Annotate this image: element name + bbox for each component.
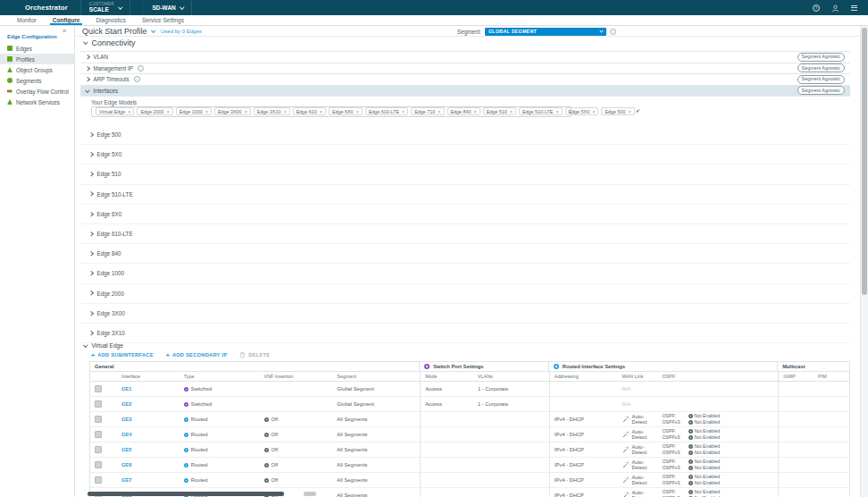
model-section[interactable]: Edge 840 bbox=[80, 244, 850, 264]
row-checkbox[interactable] bbox=[95, 400, 102, 408]
sidebar-collapse-icon[interactable]: « bbox=[63, 28, 66, 35]
accordion-vlan[interactable]: VLAN Segment Agnostic bbox=[80, 52, 850, 63]
chip-remove-icon[interactable]: × bbox=[128, 109, 130, 114]
interface-link[interactable]: GE4 bbox=[121, 432, 132, 437]
connectivity-section-header[interactable]: Connectivity bbox=[84, 38, 136, 47]
model-section[interactable]: Edge 510-LTE bbox=[80, 185, 850, 205]
sidebar-item-overlay-flow-control[interactable]: Overlay Flow Control bbox=[0, 86, 74, 97]
col-pim: PIM bbox=[814, 372, 849, 382]
chip-remove-icon[interactable]: × bbox=[438, 109, 440, 114]
segment-select[interactable]: GLOBAL SEGMENT bbox=[485, 28, 606, 36]
table-row: GE6 Routed Off All Segments IPv4 - DHCP … bbox=[90, 458, 849, 473]
segment-label: Segment: bbox=[457, 29, 481, 35]
chip-remove-icon[interactable]: × bbox=[320, 109, 322, 114]
chip-remove-icon[interactable]: × bbox=[402, 109, 405, 114]
tab-configure[interactable]: Configure bbox=[45, 15, 88, 25]
accordion-label: Management IP bbox=[94, 65, 133, 72]
info-icon[interactable]: i bbox=[134, 76, 140, 82]
accordion-interfaces[interactable]: Interfaces Segment Agnostic bbox=[80, 86, 850, 97]
brand-title: Orchestrator bbox=[25, 4, 68, 12]
chip-remove-icon[interactable]: × bbox=[555, 109, 558, 114]
add-secondary-ip-button[interactable]: +ADD SECONDARY IP bbox=[166, 352, 227, 358]
row-checkbox[interactable] bbox=[95, 461, 102, 468]
help-icon[interactable]: ? bbox=[813, 4, 820, 12]
profile-dropdown-chevron-icon[interactable] bbox=[151, 28, 155, 32]
row-checkbox[interactable] bbox=[95, 431, 102, 438]
chip-remove-icon[interactable]: × bbox=[356, 109, 359, 114]
model-section[interactable]: Edge 6X0 bbox=[80, 205, 850, 224]
col-interface: Interface bbox=[117, 372, 179, 382]
switched-type-icon bbox=[184, 387, 188, 392]
row-checkbox[interactable] bbox=[95, 476, 102, 484]
gear-icon bbox=[689, 444, 693, 449]
sidebar-item-segments[interactable]: Segments bbox=[0, 75, 74, 86]
chip-remove-icon[interactable]: × bbox=[592, 109, 595, 114]
used-by-link[interactable]: Used by 0 Edges bbox=[161, 29, 202, 34]
chevron-right-icon bbox=[88, 291, 93, 296]
sidebar-item-label: Overlay Flow Control bbox=[16, 88, 69, 95]
info-icon[interactable]: i bbox=[138, 65, 144, 72]
sidebar-item-network-services[interactable]: Network Services bbox=[0, 97, 74, 107]
chip-remove-icon[interactable]: × bbox=[283, 109, 286, 114]
sidebar-item-label: Segments bbox=[16, 78, 41, 84]
horizontal-scrollbar-thumb[interactable] bbox=[88, 492, 284, 496]
model-section[interactable]: Edge 2000 bbox=[80, 284, 850, 304]
chip-remove-icon[interactable]: × bbox=[245, 109, 247, 114]
model-section[interactable]: Edge 3X00 bbox=[80, 304, 850, 324]
model-chip: Virtual Edge× bbox=[96, 107, 134, 115]
vertical-scrollbar-thumb[interactable] bbox=[862, 28, 867, 295]
edge-models-multiselect[interactable]: Virtual Edge× Edge 2000× Edge 1000× Edge… bbox=[91, 106, 572, 118]
chip-remove-icon[interactable]: × bbox=[474, 109, 477, 114]
delete-button[interactable]: DELETE bbox=[239, 351, 270, 358]
sidebar-item-object-groups[interactable]: Object Groups bbox=[0, 64, 74, 75]
model-section[interactable]: Edge 500 bbox=[80, 125, 850, 145]
chip-remove-icon[interactable]: × bbox=[205, 109, 208, 114]
model-section[interactable]: Edge 1000 bbox=[80, 264, 850, 283]
segment-selected-value: GLOBAL SEGMENT bbox=[488, 29, 537, 34]
interface-link[interactable]: GE6 bbox=[121, 462, 132, 468]
sidebar: Edge Configuration Edges Profiles Object… bbox=[0, 26, 75, 497]
accordion-management-ip[interactable]: Management IP i Segment Agnostic bbox=[80, 63, 850, 75]
table-row: GE2 Switched Global Segment Access 1 - C… bbox=[90, 397, 849, 412]
segment-info-icon[interactable]: i bbox=[610, 29, 616, 35]
chip-remove-icon[interactable]: × bbox=[510, 109, 513, 114]
model-section[interactable]: Edge 5X0 bbox=[80, 145, 850, 164]
sidebar-item-profiles[interactable]: Profiles bbox=[0, 54, 74, 64]
interface-link[interactable]: GE5 bbox=[121, 447, 132, 452]
user-icon[interactable] bbox=[831, 0, 839, 16]
chip-remove-icon[interactable]: × bbox=[628, 109, 630, 114]
auto-detect-icon bbox=[622, 446, 630, 453]
gear-icon bbox=[264, 417, 269, 422]
chip-remove-icon[interactable]: × bbox=[167, 109, 170, 114]
model-section[interactable]: Edge 510 bbox=[80, 164, 850, 184]
customer-switcher[interactable]: Customer SCALE bbox=[80, 0, 131, 15]
segment-agnostic-badge: Segment Agnostic bbox=[797, 63, 845, 72]
interface-link[interactable]: GE2 bbox=[121, 401, 132, 407]
interface-link[interactable]: GE1 bbox=[121, 386, 132, 392]
row-checkbox[interactable] bbox=[95, 416, 102, 423]
page-title: Quick Start Profile bbox=[82, 27, 147, 36]
model-section[interactable]: Edge 3X10 bbox=[80, 324, 850, 343]
add-subinterface-button[interactable]: +ADD SUBINTERFACE bbox=[91, 352, 154, 358]
row-checkbox[interactable] bbox=[95, 385, 102, 392]
row-checkbox[interactable] bbox=[95, 446, 102, 453]
tab-monitor[interactable]: Monitor bbox=[9, 15, 45, 25]
sidebar-item-label: Profiles bbox=[16, 56, 35, 63]
chevron-down-icon[interactable] bbox=[637, 109, 639, 112]
routed-type-icon bbox=[184, 478, 188, 483]
model-chip: Edge 510× bbox=[483, 107, 516, 115]
model-section[interactable]: Edge 610-LTE bbox=[80, 224, 850, 244]
tab-service-settings[interactable]: Service Settings bbox=[134, 15, 192, 25]
auto-detect-icon bbox=[622, 431, 630, 438]
virtual-edge-section-header[interactable]: Virtual Edge bbox=[84, 342, 123, 349]
interface-link[interactable]: GE3 bbox=[121, 417, 132, 422]
product-switcher[interactable]: SD-WAN bbox=[143, 0, 192, 15]
sidebar-item-label: Object Groups bbox=[16, 67, 53, 73]
interface-link[interactable]: GE7 bbox=[121, 477, 132, 483]
sidebar-item-edges[interactable]: Edges bbox=[0, 43, 74, 54]
accordion-arp-timeouts[interactable]: ARP Timeouts i Segment Agnostic bbox=[80, 74, 850, 86]
horizontal-scrollbar-handle[interactable] bbox=[304, 492, 316, 496]
menu-icon[interactable] bbox=[851, 5, 857, 11]
top-bar: Orchestrator Customer SCALE SD-WAN ? bbox=[0, 0, 868, 15]
tab-diagnostics[interactable]: Diagnostics bbox=[88, 15, 134, 25]
